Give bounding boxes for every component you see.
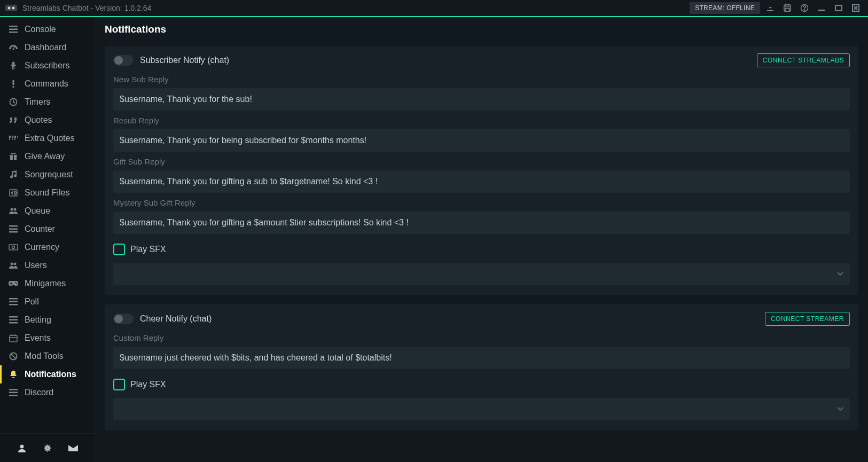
person-icon [7, 61, 19, 70]
user-icon[interactable] [16, 442, 28, 454]
sidebar-item-label: Discord [25, 388, 53, 397]
sidebar-item-queue[interactable]: Queue [0, 202, 95, 220]
sidebar-item-users[interactable]: Users [0, 256, 95, 275]
sidebar-item-label: Events [25, 333, 51, 343]
chevron-down-icon [837, 272, 843, 276]
sidebar-item-songrequest[interactable]: Songrequest [0, 166, 95, 184]
subscriber-notify-toggle[interactable] [113, 55, 134, 66]
sidebar-item-label: Notifications [25, 370, 76, 379]
sidebar-item-label: Quotes [25, 115, 52, 125]
sidebar-item-label: Extra Quotes [25, 134, 74, 143]
mystery-sub-label: Mystery Sub Gift Reply [113, 198, 850, 207]
sidebar-item-console[interactable]: Console [0, 20, 95, 38]
close-icon[interactable] [849, 2, 863, 14]
mystery-sub-input[interactable] [113, 212, 850, 234]
sidebar-item-counter[interactable]: Counter [0, 220, 95, 238]
checkbox-icon [113, 244, 125, 255]
cheer-sfx-select[interactable] [113, 398, 850, 420]
svg-rect-51 [9, 389, 18, 390]
bars-icon [7, 298, 19, 306]
help-icon[interactable] [797, 2, 811, 14]
svg-rect-32 [9, 225, 18, 227]
cheer-notify-card: Cheer Notify (chat) CONNECT STREAMER Cus… [105, 304, 858, 430]
maximize-icon[interactable] [832, 2, 846, 14]
sidebar-footer [0, 433, 95, 462]
subscriber-play-sfx-checkbox[interactable]: Play SFX [113, 244, 850, 255]
connect-streamlabs-button[interactable]: CONNECT STREAMLABS [757, 53, 850, 67]
money-icon [7, 244, 19, 250]
svg-rect-21 [12, 67, 13, 69]
save-icon[interactable] [780, 2, 794, 14]
svg-rect-53 [9, 395, 18, 396]
stream-status-badge: STREAM: OFFLINE [690, 2, 760, 14]
cheer-notify-toggle[interactable] [113, 314, 134, 324]
svg-rect-28 [13, 155, 14, 160]
svg-point-39 [15, 282, 16, 283]
svg-rect-11 [835, 5, 842, 11]
sidebar-item-label: Minigames [25, 279, 66, 288]
svg-point-36 [12, 246, 15, 249]
app-logo-icon [5, 3, 17, 13]
gift-icon [7, 152, 19, 161]
svg-rect-43 [9, 298, 18, 300]
sidebar-item-label: Subscribers [25, 61, 69, 71]
svg-rect-0 [5, 5, 17, 11]
bars-icon [7, 389, 19, 396]
cheer-play-sfx-checkbox[interactable]: Play SFX [113, 379, 850, 390]
sidebar-item-currency[interactable]: Currency [0, 238, 95, 256]
sidebar-item-mod-tools[interactable]: Mod Tools [0, 347, 95, 365]
gear-icon[interactable] [42, 442, 53, 454]
app-title: Streamlabs Chatbot - Version: 1.0.2.64 [22, 4, 690, 12]
new-sub-input[interactable] [113, 88, 850, 111]
sidebar-item-label: Currency [25, 242, 59, 252]
sidebar-item-label: Commands [25, 79, 68, 89]
sidebar-item-label: Sound Files [25, 188, 70, 198]
subscriber-sfx-select[interactable] [113, 263, 850, 285]
sidebar-item-betting[interactable]: Betting [0, 311, 95, 329]
sidebar-item-label: Mod Tools [25, 351, 64, 361]
svg-rect-10 [818, 10, 825, 11]
sidebar-item-label: Counter [25, 224, 55, 234]
resub-input[interactable] [113, 129, 850, 152]
sidebar-item-sound-files[interactable]: Sound Files [0, 184, 95, 202]
cheer-notify-title: Cheer Notify (chat) [140, 314, 765, 324]
main-content: Notifications Subscriber Notify (chat) C… [95, 17, 868, 462]
clock-icon [7, 98, 19, 106]
bell-icon [7, 370, 19, 379]
gift-sub-label: Gift Sub Reply [113, 157, 850, 166]
mail-icon[interactable] [67, 442, 79, 454]
svg-rect-46 [9, 316, 18, 318]
sidebar-item-timers[interactable]: Timers [0, 93, 95, 111]
sidebar-item-poll[interactable]: Poll [0, 293, 95, 311]
svg-point-38 [14, 263, 17, 265]
sidebar-item-commands[interactable]: Commands [0, 75, 95, 93]
svg-rect-22 [14, 67, 15, 69]
sidebar-item-subscribers[interactable]: Subscribers [0, 57, 95, 75]
sidebar-item-label: Timers [25, 97, 50, 107]
ban-icon [7, 352, 19, 361]
sidebar-item-dashboard[interactable]: Dashboard [0, 38, 95, 57]
svg-rect-34 [9, 231, 18, 233]
minimize-icon[interactable] [815, 2, 828, 14]
sidebar-item-quotes[interactable]: Quotes [0, 111, 95, 129]
sidebar-item-extra-quotes[interactable]: Extra Quotes [0, 129, 95, 147]
svg-point-54 [20, 444, 24, 448]
svg-rect-7 [785, 9, 789, 11]
download-icon[interactable] [763, 2, 777, 14]
sidebar-item-minigames[interactable]: Minigames [0, 275, 95, 293]
sidebar-item-events[interactable]: Events [0, 329, 95, 347]
svg-rect-45 [9, 304, 18, 306]
svg-point-2 [12, 7, 15, 10]
bars-icon [7, 26, 19, 33]
play-sfx-label: Play SFX [130, 380, 166, 389]
svg-rect-24 [13, 86, 14, 88]
sidebar-item-give-away[interactable]: Give Away [0, 147, 95, 166]
gauge-icon [7, 44, 19, 51]
sidebar-item-discord[interactable]: Discord [0, 383, 95, 402]
custom-reply-input[interactable] [113, 347, 850, 369]
gift-sub-input[interactable] [113, 170, 850, 193]
sidebar-item-notifications[interactable]: Notifications [0, 365, 95, 383]
connect-streamer-button[interactable]: CONNECT STREAMER [765, 312, 850, 326]
quote-icon [7, 117, 19, 123]
sidebar-item-label: Console [25, 25, 56, 34]
